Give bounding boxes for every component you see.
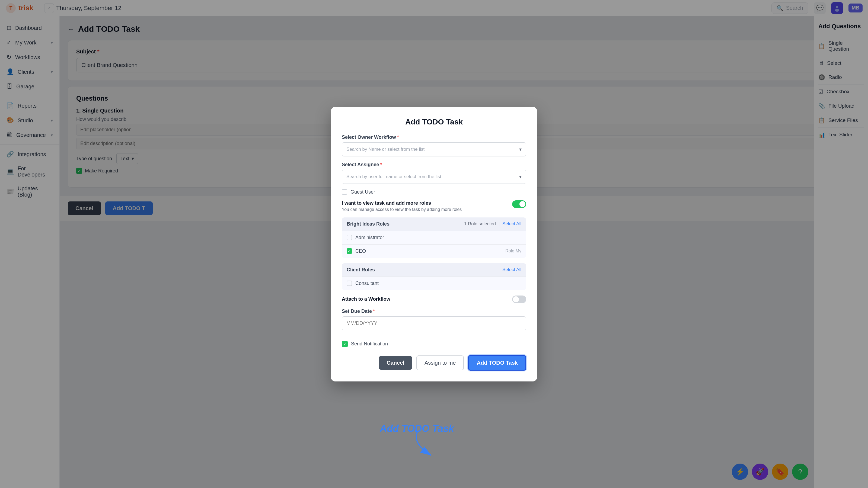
ceo-checkbox[interactable]: ✓ xyxy=(347,248,352,254)
modal-add-button[interactable]: Add TODO Task xyxy=(468,355,526,370)
owner-workflow-label: Select Owner Workflow * xyxy=(342,134,526,140)
consultant-name: Consultant xyxy=(355,281,379,286)
role-left-consultant: Consultant xyxy=(347,281,379,286)
bright-ideas-count: 1 Role selected xyxy=(464,221,496,227)
required-mark-1: * xyxy=(397,134,399,140)
assignee-field: Select Assignee * Search by user full na… xyxy=(342,162,526,184)
workflow-label: Attach to a Workflow xyxy=(342,296,390,302)
add-todo-modal: Add TODO Task Select Owner Workflow * Se… xyxy=(331,107,537,382)
assignee-placeholder: Search by user full name or select from … xyxy=(346,174,441,180)
bright-ideas-roles-header: Bright Ideas Roles 1 Role selected | Sel… xyxy=(342,218,526,231)
role-ceo: ✓ CEO Role My xyxy=(342,244,526,258)
due-date-label: Set Due Date * xyxy=(342,308,526,314)
owner-workflow-field: Select Owner Workflow * Search by Name o… xyxy=(342,134,526,156)
annotation-arrow xyxy=(396,428,450,461)
ceo-tag: Role My xyxy=(505,249,521,254)
due-date-field: Set Due Date * xyxy=(342,308,526,336)
separator: | xyxy=(499,222,500,226)
bright-ideas-roles-section: Bright Ideas Roles 1 Role selected | Sel… xyxy=(342,218,526,258)
toggle-desc: You can manage access to view the task b… xyxy=(342,207,462,212)
modal-cancel-button[interactable]: Cancel xyxy=(379,356,412,370)
owner-workflow-placeholder: Search by Name or select from the list xyxy=(346,147,425,152)
roles-meta: 1 Role selected | Select All xyxy=(464,221,521,227)
workflow-toggle-knob xyxy=(513,296,519,302)
owner-workflow-select[interactable]: Search by Name or select from the list ▾ xyxy=(342,142,526,156)
client-select-all[interactable]: Select All xyxy=(502,267,521,272)
toggle-text: I want to view task and add more roles Y… xyxy=(342,200,462,212)
workflow-toggle[interactable] xyxy=(512,295,526,303)
notification-checkbox[interactable]: ✓ xyxy=(342,341,348,347)
modal-assign-button[interactable]: Assign to me xyxy=(416,355,464,370)
toggle-title: I want to view task and add more roles xyxy=(342,200,462,206)
notification-label: Send Notification xyxy=(351,341,388,347)
due-date-input[interactable] xyxy=(342,316,526,330)
client-roles-header: Client Roles Select All xyxy=(342,263,526,276)
assignee-label: Select Assignee * xyxy=(342,162,526,167)
annotation-text: Add TODO Task xyxy=(380,423,454,434)
notification-row: ✓ Send Notification xyxy=(342,341,526,347)
required-mark-3: * xyxy=(373,308,375,314)
role-left-ceo: ✓ CEO xyxy=(347,248,366,254)
chevron-down-icon-5: ▾ xyxy=(519,147,522,152)
bright-ideas-select-all[interactable]: Select All xyxy=(502,221,521,227)
assignee-select[interactable]: Search by user full name or select from … xyxy=(342,170,526,184)
modal-footer: Cancel Assign to me Add TODO Task xyxy=(342,355,526,370)
role-consultant: Consultant xyxy=(342,276,526,290)
administrator-checkbox[interactable] xyxy=(347,235,352,240)
toggle-knob xyxy=(520,201,525,207)
chevron-down-icon-6: ▾ xyxy=(519,174,522,180)
modal-overlay[interactable]: Add TODO Task Select Owner Workflow * Se… xyxy=(0,0,868,488)
bright-ideas-title: Bright Ideas Roles xyxy=(347,221,390,227)
required-mark-2: * xyxy=(380,162,382,167)
client-roles-title: Client Roles xyxy=(347,267,375,273)
role-left-admin: Administrator xyxy=(347,235,384,240)
guest-user-checkbox[interactable] xyxy=(342,189,347,195)
roles-toggle[interactable] xyxy=(512,200,526,208)
client-roles-section: Client Roles Select All Consultant xyxy=(342,263,526,290)
consultant-checkbox[interactable] xyxy=(347,281,352,286)
role-administrator: Administrator xyxy=(342,231,526,244)
workflow-row: Attach to a Workflow xyxy=(342,295,526,303)
modal-title: Add TODO Task xyxy=(342,118,526,126)
ceo-name: CEO xyxy=(355,248,366,254)
guest-user-row: Guest User xyxy=(342,189,526,195)
client-roles-meta: Select All xyxy=(502,267,521,272)
administrator-name: Administrator xyxy=(355,235,384,240)
guest-user-label: Guest User xyxy=(350,189,375,195)
toggle-row: I want to view task and add more roles Y… xyxy=(342,200,526,212)
